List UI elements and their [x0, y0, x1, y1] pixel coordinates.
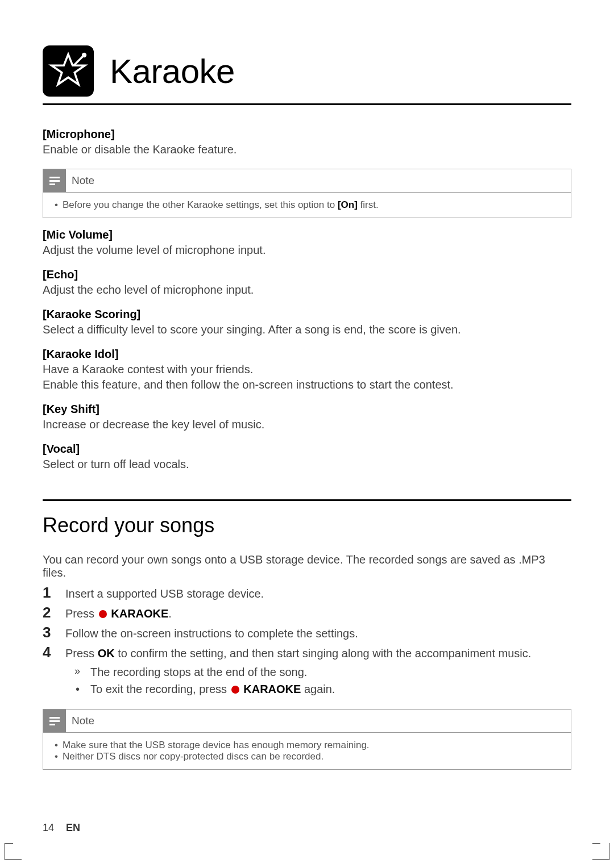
step-text: Press OK to confirm the setting, and the…: [65, 645, 531, 661]
setting-karaoke-scoring: [Karaoke Scoring] Select a difficulty le…: [43, 308, 571, 337]
step-number: 4: [43, 644, 54, 661]
svg-rect-5: [49, 183, 55, 185]
note-bullet: Neither DTS discs nor copy-protected dis…: [55, 751, 559, 762]
svg-rect-8: [49, 724, 55, 725]
page-footer: 14 EN: [43, 822, 80, 834]
setting-desc: Increase or decrease the key level of mu…: [43, 417, 571, 432]
note-icon: [43, 169, 66, 192]
setting-desc: Have a Karaoke contest with your friends…: [43, 362, 571, 393]
step-1: 1 Insert a supported USB storage device.: [43, 584, 571, 602]
setting-desc: Enable or disable the Karaoke feature.: [43, 142, 571, 157]
svg-point-2: [82, 53, 86, 57]
note-box: Note Make sure that the USB storage devi…: [43, 709, 571, 770]
page-title: Karaoke: [110, 52, 235, 91]
setting-name: [Vocal]: [43, 443, 571, 456]
note-box: Note Before you change the other Karaoke…: [43, 169, 571, 218]
step-number: 3: [43, 624, 54, 641]
language-code: EN: [66, 822, 80, 833]
setting-name: [Echo]: [43, 268, 571, 281]
setting-name: [Microphone]: [43, 128, 571, 141]
step-text: Press KARAOKE.: [65, 606, 172, 621]
svg-rect-4: [49, 180, 60, 182]
record-dot-icon: [231, 686, 239, 694]
setting-name: [Mic Volume]: [43, 228, 571, 241]
title-underline: [43, 103, 571, 105]
page-header: Karaoke: [43, 45, 571, 97]
note-bullet: Make sure that the USB storage device ha…: [55, 740, 559, 751]
sub-bullet-result: The recording stops at the end of the so…: [74, 663, 571, 681]
step-text: Insert a supported USB storage device.: [65, 586, 264, 602]
setting-mic-volume: [Mic Volume] Adjust the volume level of …: [43, 228, 571, 258]
step-3: 3 Follow the on-screen instructions to c…: [43, 624, 571, 641]
note-icon: [43, 710, 66, 732]
ok-key-label: OK: [98, 647, 115, 660]
setting-microphone: [Microphone] Enable or disable the Karao…: [43, 128, 571, 157]
crop-mark-icon: [5, 843, 22, 860]
step-4: 4 Press OK to confirm the setting, and t…: [43, 644, 571, 661]
section-title-record: Record your songs: [43, 514, 571, 537]
step-number: 2: [43, 604, 54, 621]
setting-vocal: [Vocal] Select or turn off lead vocals.: [43, 443, 571, 472]
setting-key-shift: [Key Shift] Increase or decrease the key…: [43, 403, 571, 432]
setting-name: [Key Shift]: [43, 403, 571, 416]
bold-on: [On]: [338, 199, 358, 210]
note-label: Note: [72, 715, 94, 727]
step-2: 2 Press KARAOKE.: [43, 604, 571, 621]
sub-bullets: The recording stops at the end of the so…: [74, 663, 571, 698]
svg-rect-7: [49, 720, 60, 722]
steps-list: 1 Insert a supported USB storage device.…: [43, 584, 571, 661]
step-number: 1: [43, 584, 54, 602]
setting-desc: Select or turn off lead vocals.: [43, 457, 571, 472]
setting-desc: Adjust the echo level of microphone inpu…: [43, 282, 571, 298]
setting-desc: Select a difficulty level to score your …: [43, 322, 571, 337]
karaoke-key-label: KARAOKE: [240, 683, 301, 695]
section-divider: [43, 499, 571, 501]
setting-karaoke-idol: [Karaoke Idol] Have a Karaoke contest wi…: [43, 348, 571, 393]
svg-line-1: [74, 57, 82, 65]
record-dot-icon: [99, 610, 107, 618]
karaoke-key-label: KARAOKE: [108, 607, 169, 620]
step-text: Follow the on-screen instructions to com…: [65, 625, 358, 641]
setting-echo: [Echo] Adjust the echo level of micropho…: [43, 268, 571, 298]
section-intro: You can record your own songs onto a USB…: [43, 553, 571, 579]
setting-name: [Karaoke Idol]: [43, 348, 571, 361]
note-bullet: Before you change the other Karaoke sett…: [55, 199, 559, 211]
sub-bullet-tip: To exit the recording, press KARAOKE aga…: [74, 681, 571, 698]
page-number: 14: [43, 822, 54, 833]
svg-rect-3: [49, 177, 60, 178]
crop-mark-icon: [592, 843, 609, 860]
karaoke-star-icon: [43, 45, 94, 97]
note-label: Note: [72, 174, 94, 187]
svg-rect-6: [49, 717, 60, 719]
setting-name: [Karaoke Scoring]: [43, 308, 571, 321]
setting-desc: Adjust the volume level of microphone in…: [43, 243, 571, 258]
